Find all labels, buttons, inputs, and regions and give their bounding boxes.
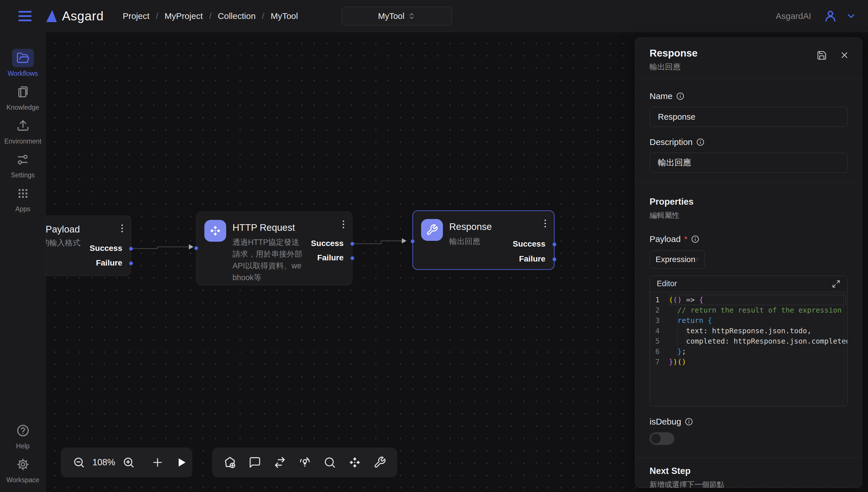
tools-button[interactable] [373, 456, 386, 469]
help-circle-icon [16, 424, 30, 437]
breadcrumb-myproject[interactable]: MyProject [165, 11, 203, 21]
port-dot-failure[interactable] [350, 256, 354, 260]
nodes-map-icon [348, 456, 362, 469]
code-line-1[interactable]: 1(() => { [650, 295, 847, 305]
general-section: Name Description [635, 79, 862, 184]
node-properties-panel: Response 輸出回應 Name Description Propertie… [635, 37, 862, 488]
required-mark: * [684, 234, 688, 244]
sidebar-item-help[interactable]: Help [12, 421, 34, 450]
sidebar: Workflows Knowledge Environment Settings… [0, 32, 46, 492]
port-dot-input[interactable] [194, 246, 198, 250]
description-label: Description [650, 137, 693, 147]
expand-icon[interactable] [832, 279, 840, 288]
payload-type-select[interactable]: Expression [650, 250, 705, 269]
code-line-5[interactable]: 5 completed: httpResponse.json.completed [650, 336, 847, 346]
code-line-3[interactable]: 3 return { [650, 316, 847, 326]
comment-button[interactable] [249, 456, 261, 469]
nodes-map-button[interactable] [348, 456, 362, 469]
close-icon[interactable] [840, 50, 849, 60]
node-title: Payload [46, 224, 123, 235]
swap-arrows-icon [273, 456, 287, 469]
user-icon[interactable] [824, 9, 837, 23]
info-icon[interactable] [676, 92, 685, 100]
editor-title: Editor [657, 279, 677, 288]
port-dot-success[interactable] [129, 247, 133, 251]
zoom-in-button[interactable] [123, 457, 134, 468]
properties-title: Properties [650, 197, 848, 207]
info-icon[interactable] [685, 417, 693, 426]
description-field[interactable] [650, 153, 848, 173]
sidebar-item-environment[interactable]: Environment [4, 117, 41, 145]
add-node-icon [223, 456, 237, 469]
save-icon[interactable] [817, 50, 827, 60]
sidebar-item-apps[interactable]: Apps [12, 184, 34, 213]
node-menu-icon[interactable] [120, 223, 124, 233]
grid-dots-icon [16, 187, 30, 200]
search-button[interactable] [323, 456, 336, 469]
properties-subtitle: 編輯屬性 [650, 211, 848, 220]
sidebar-item-knowledge[interactable]: Knowledge [7, 83, 39, 112]
node-http-request[interactable]: HTTP Request 透過HTTP協定發送請求，用於串接外部API以取得資料… [196, 212, 352, 285]
port-label-failure: Failure [519, 254, 545, 264]
port-dot-failure[interactable] [552, 257, 556, 261]
code-editor[interactable]: 1(() => {2 // return the result of the e… [650, 292, 847, 407]
node-title: HTTP Request [232, 222, 306, 233]
code-line-6[interactable]: 6 }; [650, 346, 847, 357]
name-field[interactable] [650, 107, 848, 127]
node-description: 透過HTTP協定發送請求，用於串接外部API以取得資料、webhook等 [232, 237, 306, 284]
isdebug-label: isDebug [650, 417, 681, 426]
info-icon[interactable] [691, 235, 699, 243]
breadcrumb-mytool[interactable]: MyTool [271, 11, 298, 21]
isdebug-toggle[interactable] [650, 432, 674, 445]
swap-arrows-button[interactable] [273, 456, 287, 469]
port-dot-failure[interactable] [129, 262, 133, 265]
add-button[interactable] [152, 457, 163, 468]
node-response[interactable]: Response 輸出回應 Success Failure [413, 211, 554, 270]
editor-scrollbar[interactable] [843, 292, 847, 407]
next-step-section: Next Step 新增或選擇下一個節點 Success 新增目標節點 [635, 458, 862, 488]
auto-layout-button[interactable] [298, 456, 312, 469]
upload-icon [16, 119, 30, 132]
port-label-success: Success [513, 239, 545, 249]
gear-icon [16, 458, 30, 471]
http-request-node-icon [204, 220, 226, 242]
tool-select-dropdown[interactable]: MyTool [342, 7, 452, 26]
zoom-in-icon [123, 457, 134, 468]
sidebar-item-workflows[interactable]: Workflows [8, 49, 38, 77]
properties-section: Properties 編輯屬性 Payload * Expression Edi… [635, 184, 862, 458]
run-button[interactable] [176, 457, 187, 468]
breadcrumb-project[interactable]: Project [123, 11, 149, 21]
user-label: AsgardAI [776, 11, 811, 21]
zoom-out-button[interactable] [73, 457, 85, 468]
breadcrumb-collection[interactable]: Collection [218, 11, 256, 21]
node-menu-icon[interactable] [342, 219, 345, 229]
response-node-icon [421, 219, 443, 241]
chevrons-up-down-icon [408, 13, 415, 20]
chevrons-up-down-icon [695, 256, 699, 263]
menu-button[interactable] [18, 11, 31, 21]
port-dot-success[interactable] [552, 243, 556, 246]
port-dot-input[interactable] [411, 239, 415, 243]
next-step-title: Next Step [650, 466, 848, 476]
node-payload[interactable]: Payload 的輸入格式 Success Failure [46, 216, 131, 276]
port-label-failure: Failure [96, 259, 122, 268]
port-label-success: Success [90, 244, 122, 253]
top-bar: Asgard Project / MyProject / Collection … [0, 0, 868, 32]
chevron-down-icon[interactable] [846, 10, 857, 22]
code-line-7[interactable]: 7})() [650, 357, 847, 367]
add-node-button[interactable] [223, 456, 237, 469]
info-icon[interactable] [696, 138, 705, 146]
search-icon [323, 456, 336, 469]
breadcrumb: Project / MyProject / Collection / MyToo… [123, 11, 298, 21]
sidebar-item-settings[interactable]: Settings [11, 150, 35, 179]
asgard-logo-icon [45, 9, 58, 23]
code-line-4[interactable]: 4 text: httpResponse.json.todo, [650, 326, 847, 336]
folder-open-icon [16, 51, 30, 65]
next-step-subtitle: 新增或選擇下一個節點 [650, 479, 848, 488]
app-title: Asgard [62, 9, 104, 23]
comment-icon [249, 456, 261, 469]
node-menu-icon[interactable] [543, 218, 547, 228]
sidebar-item-workspace[interactable]: Workspace [6, 455, 39, 484]
port-dot-success[interactable] [350, 242, 354, 246]
code-line-2[interactable]: 2 // return the result of the expression [650, 305, 847, 316]
